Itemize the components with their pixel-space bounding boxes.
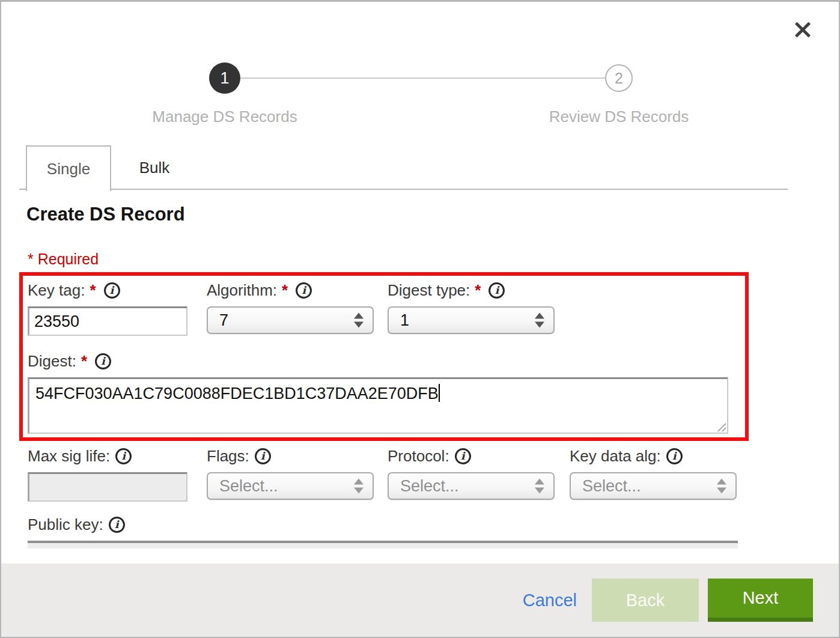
page-title: Create DS Record: [26, 204, 185, 225]
info-icon[interactable]: i: [95, 353, 111, 369]
algorithm-label: Algorithm: * i: [207, 281, 374, 300]
info-icon[interactable]: i: [455, 448, 471, 464]
step-1-indicator: 1: [209, 62, 240, 94]
info-icon[interactable]: i: [109, 517, 125, 533]
flags-select[interactable]: Select...: [207, 472, 374, 500]
digest-type-label: Digest type: * i: [388, 281, 555, 300]
info-icon[interactable]: i: [115, 448, 132, 464]
info-icon[interactable]: i: [488, 282, 505, 299]
step-2-label: Review DS Records: [541, 108, 697, 126]
back-button[interactable]: Back: [592, 579, 699, 622]
select-spinner-icon: [354, 313, 364, 328]
protocol-select[interactable]: Select...: [388, 472, 555, 500]
max-sig-life-field-group: Max sig life: i: [28, 446, 187, 502]
close-icon[interactable]: [793, 20, 812, 39]
digest-field-group: Digest: * i 54FCF030AA1C79C0088FDEC1BD1C…: [28, 351, 728, 434]
digest-label: Digest: * i: [28, 351, 728, 371]
digest-textarea[interactable]: 54FCF030AA1C79C0088FDEC1BD1C37DAA2E70DFB: [28, 377, 728, 434]
key-data-alg-select[interactable]: Select...: [570, 472, 737, 500]
required-asterisk: *: [475, 281, 481, 300]
public-key-field-group: Public key: i: [28, 515, 738, 548]
next-button[interactable]: Next: [708, 579, 813, 622]
info-icon[interactable]: i: [104, 282, 120, 299]
required-note: * Required: [28, 251, 99, 268]
key-tag-input[interactable]: [28, 306, 187, 336]
flags-label: Flags: i: [207, 446, 374, 466]
step-2-indicator: 2: [605, 64, 633, 92]
public-key-label: Public key: i: [28, 515, 738, 534]
required-asterisk: *: [90, 281, 96, 300]
select-spinner-icon: [535, 479, 544, 494]
select-spinner-icon: [354, 479, 364, 494]
stepper-connector-line: [240, 77, 606, 79]
select-spinner-icon: [717, 479, 726, 494]
digest-type-select[interactable]: 1: [388, 306, 555, 334]
max-sig-life-label: Max sig life: i: [28, 446, 187, 466]
tab-bar: Single Bulk: [19, 145, 788, 190]
create-ds-record-dialog: 1 2 Manage DS Records Review DS Records …: [0, 0, 840, 638]
public-key-textarea[interactable]: [28, 541, 738, 548]
info-icon[interactable]: i: [666, 448, 683, 464]
required-asterisk: *: [81, 352, 87, 371]
info-icon[interactable]: i: [296, 282, 312, 299]
tab-bulk[interactable]: Bulk: [112, 145, 196, 190]
dialog-footer: Cancel Back Next: [1, 564, 839, 637]
key-data-alg-field-group: Key data alg: i Select...: [570, 446, 737, 500]
tab-single[interactable]: Single: [26, 145, 111, 191]
protocol-label: Protocol: i: [388, 446, 555, 466]
key-data-alg-label: Key data alg: i: [570, 446, 737, 466]
cancel-button[interactable]: Cancel: [523, 591, 577, 610]
text-caret: [439, 384, 440, 402]
resize-handle-icon[interactable]: [716, 422, 726, 431]
step-1-label: Manage DS Records: [147, 108, 303, 126]
digest-type-field-group: Digest type: * i 1: [388, 281, 555, 334]
key-tag-label: Key tag: * i: [28, 281, 187, 300]
max-sig-life-input[interactable]: [28, 472, 187, 502]
flags-field-group: Flags: i Select...: [207, 446, 374, 500]
algorithm-field-group: Algorithm: * i 7: [207, 281, 374, 334]
info-icon[interactable]: i: [255, 448, 271, 464]
select-spinner-icon: [535, 313, 544, 328]
algorithm-select[interactable]: 7: [207, 306, 374, 334]
key-tag-field-group: Key tag: * i: [28, 281, 187, 336]
protocol-field-group: Protocol: i Select...: [388, 446, 555, 500]
required-asterisk: *: [282, 281, 288, 300]
